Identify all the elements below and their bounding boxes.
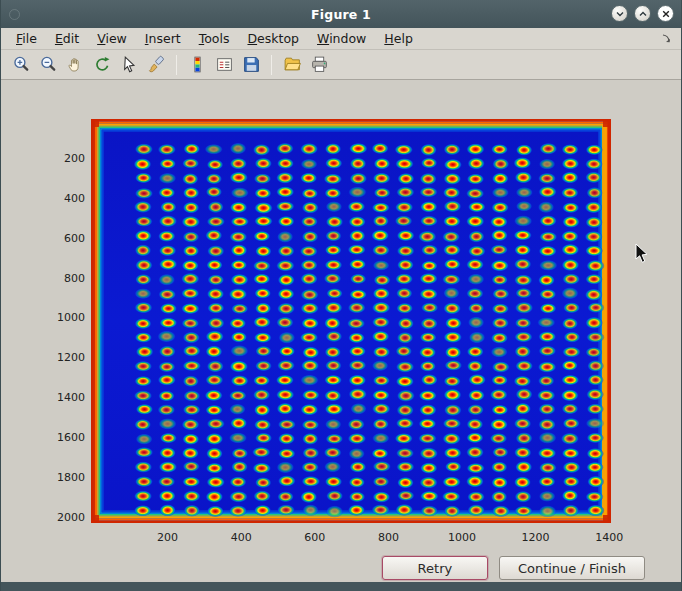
figure-axes: 2004006008001000120014001600180020002004… [91, 119, 611, 523]
figure-canvas-area: 2004006008001000120014001600180020002004… [1, 80, 681, 582]
y-tick-label: 1200 [45, 351, 85, 364]
menu-desktop[interactable]: Desktop [238, 29, 308, 48]
x-tick-label: 600 [293, 531, 337, 544]
save-icon[interactable] [239, 53, 263, 77]
y-tick-label: 1800 [45, 471, 85, 484]
brush-icon[interactable] [144, 53, 168, 77]
undock-arrow-icon[interactable] [661, 33, 673, 48]
y-tick-label: 2000 [45, 511, 85, 524]
zoom-out-icon[interactable] [36, 53, 60, 77]
menu-help[interactable]: Help [375, 29, 422, 48]
rotate-3d-icon[interactable] [90, 53, 114, 77]
print-icon[interactable] [307, 53, 331, 77]
y-tick-label: 600 [45, 232, 85, 245]
y-tick-label: 1600 [45, 431, 85, 444]
close-button[interactable] [657, 5, 674, 22]
dialog-buttons: Retry Continue / Finish [382, 556, 645, 580]
x-tick-label: 800 [366, 531, 410, 544]
titlebar[interactable]: Figure 1 [1, 0, 681, 28]
y-tick-label: 1000 [45, 311, 85, 324]
retry-button[interactable]: Retry [382, 556, 488, 580]
open-folder-icon[interactable] [280, 53, 304, 77]
figure-window: Figure 1 FileEditViewInsertToolsDesktopW… [0, 0, 682, 591]
menubar: FileEditViewInsertToolsDesktopWindowHelp [1, 28, 681, 50]
menu-tools[interactable]: Tools [190, 29, 239, 48]
maximize-button[interactable] [634, 5, 651, 22]
menu-edit[interactable]: Edit [46, 29, 88, 48]
pan-icon[interactable] [63, 53, 87, 77]
menu-insert[interactable]: Insert [136, 29, 190, 48]
x-tick-label: 1000 [440, 531, 484, 544]
x-tick-label: 200 [146, 531, 190, 544]
menu-window[interactable]: Window [308, 29, 375, 48]
window-bottom-edge [1, 582, 681, 591]
y-tick-label: 400 [45, 192, 85, 205]
continue-finish-button[interactable]: Continue / Finish [499, 556, 645, 580]
x-tick-label: 1200 [514, 531, 558, 544]
legend-icon[interactable] [212, 53, 236, 77]
window-title: Figure 1 [1, 7, 681, 22]
plot-canvas[interactable] [91, 119, 611, 523]
menu-file[interactable]: File [7, 29, 46, 48]
y-tick-label: 1400 [45, 391, 85, 404]
toolbar-separator [271, 55, 272, 75]
menu-view[interactable]: View [88, 29, 136, 48]
x-tick-label: 1400 [587, 531, 631, 544]
zoom-in-icon[interactable] [9, 53, 33, 77]
colorbar-icon[interactable] [185, 53, 209, 77]
minimize-button[interactable] [611, 5, 628, 22]
x-tick-label: 400 [219, 531, 263, 544]
y-tick-label: 800 [45, 272, 85, 285]
data-cursor-icon[interactable] [117, 53, 141, 77]
y-tick-label: 200 [45, 152, 85, 165]
toolbar-separator [176, 55, 177, 75]
figure-toolbar [1, 50, 681, 80]
